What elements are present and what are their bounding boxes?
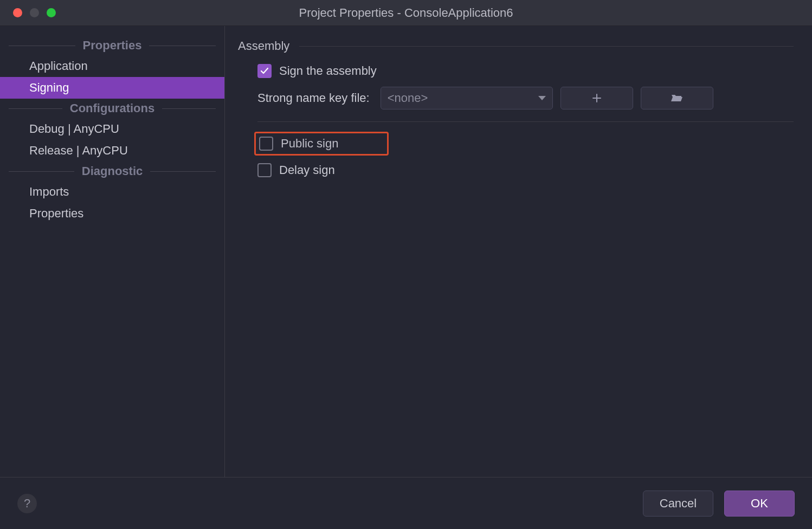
key-file-label: Strong name key file: (257, 91, 370, 105)
ok-button[interactable]: OK (724, 491, 795, 517)
delay-sign-label: Delay sign (279, 163, 335, 177)
footer: ? Cancel OK (0, 477, 812, 529)
sidebar-item-application[interactable]: Application (0, 55, 224, 77)
footer-buttons: Cancel OK (643, 491, 795, 517)
titlebar: Project Properties - ConsoleApplication6 (0, 0, 812, 26)
cancel-button[interactable]: Cancel (643, 491, 713, 517)
sign-assembly-row: Sign the assembly (238, 64, 794, 78)
help-button[interactable]: ? (17, 494, 37, 513)
public-sign-checkbox[interactable] (259, 137, 273, 151)
sidebar-item-release-anycpu[interactable]: Release | AnyCPU (0, 140, 224, 162)
sign-assembly-label: Sign the assembly (279, 64, 377, 78)
delay-sign-row: Delay sign (238, 163, 794, 177)
section-header: Assembly (238, 39, 794, 53)
chevron-down-icon (538, 96, 546, 100)
main-area: Properties Application Signing Configura… (0, 26, 812, 477)
sidebar-group-label: Configurations (62, 101, 162, 115)
plus-icon (591, 93, 602, 104)
check-icon (260, 67, 269, 75)
sidebar: Properties Application Signing Configura… (0, 26, 225, 477)
close-window-button[interactable] (13, 8, 22, 17)
sidebar-item-imports[interactable]: Imports (0, 181, 224, 203)
traffic-lights (0, 8, 56, 17)
sidebar-group-header-diagnostic: Diagnostic (0, 162, 224, 181)
sign-assembly-checkbox[interactable] (257, 64, 272, 78)
sidebar-group-header-properties: Properties (0, 36, 224, 55)
key-file-dropdown[interactable]: <none> (381, 87, 553, 109)
divider (257, 121, 794, 122)
section-title: Assembly (238, 39, 299, 53)
key-file-value: <none> (388, 91, 428, 105)
window-title: Project Properties - ConsoleApplication6 (0, 6, 812, 20)
sidebar-item-debug-anycpu[interactable]: Debug | AnyCPU (0, 118, 224, 140)
maximize-window-button[interactable] (47, 8, 56, 17)
key-file-row: Strong name key file: <none> (238, 87, 794, 109)
new-key-button[interactable] (560, 87, 633, 109)
folder-open-icon (671, 93, 684, 104)
content-panel: Assembly Sign the assembly Strong name k… (225, 26, 812, 477)
delay-sign-checkbox[interactable] (257, 163, 272, 177)
sidebar-item-signing[interactable]: Signing (0, 77, 224, 99)
sidebar-group-label: Diagnostic (74, 164, 150, 178)
sidebar-group-header-configurations: Configurations (0, 99, 224, 118)
minimize-window-button[interactable] (30, 8, 39, 17)
sidebar-group-label: Properties (75, 38, 150, 53)
browse-key-button[interactable] (641, 87, 713, 109)
public-sign-highlight: Public sign (254, 132, 389, 156)
public-sign-label: Public sign (281, 137, 338, 151)
sidebar-item-properties[interactable]: Properties (0, 203, 224, 224)
